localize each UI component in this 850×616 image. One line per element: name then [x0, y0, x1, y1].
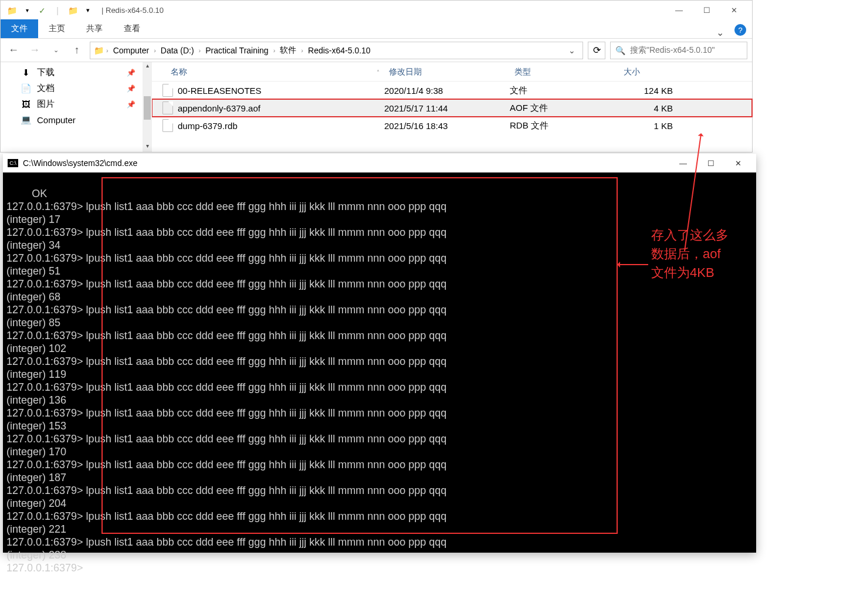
- window-title: | Redis-x64-5.0.10: [101, 6, 164, 15]
- sidebar-item-label: 文档: [37, 83, 55, 94]
- minimize-button[interactable]: —: [666, 2, 692, 19]
- search-icon: 🔍: [615, 46, 625, 55]
- sidebar-item-label: Computer: [37, 115, 76, 125]
- file-icon: [162, 101, 173, 114]
- breadcrumb-sep[interactable]: ›: [199, 47, 201, 54]
- sidebar: ⬇下载📌📄文档📌🖼图片📌💻Computer ▴ ▾: [1, 62, 152, 152]
- file-name: appendonly-6379.aof: [178, 103, 260, 113]
- back-button[interactable]: ←: [5, 42, 22, 59]
- maximize-button[interactable]: ☐: [693, 2, 720, 19]
- ribbon-tabs: 文件 主页 共享 查看 ⌄ ?: [1, 20, 752, 39]
- col-date[interactable]: 修改日期: [384, 67, 510, 77]
- cmd-icon: C:\: [8, 159, 18, 167]
- address-folder-icon: 📁: [94, 46, 104, 55]
- breadcrumb[interactable]: Data (D:): [158, 45, 197, 56]
- file-icon: [162, 119, 173, 132]
- qat-overflow-icon[interactable]: ▾: [82, 4, 94, 17]
- sidebar-item[interactable]: 💻Computer: [1, 112, 152, 127]
- file-date: 2021/5/17 11:44: [384, 103, 510, 113]
- folder-icon-2[interactable]: 📁: [66, 4, 79, 17]
- pin-icon: 📌: [127, 100, 136, 109]
- file-size: 1 KB: [619, 121, 683, 131]
- sidebar-item[interactable]: 🖼图片📌: [1, 96, 152, 112]
- sidebar-item-icon: 📄: [21, 83, 31, 94]
- sort-icon[interactable]: ˄: [377, 69, 380, 76]
- sidebar-item-icon: 💻: [21, 114, 31, 125]
- file-list: 名称 ˄ 修改日期 类型 大小 00-RELEASENOTES2020/11/4…: [152, 62, 752, 152]
- sidebar-item-label: 图片: [37, 99, 55, 110]
- cmd-minimize-button[interactable]: —: [670, 155, 696, 171]
- file-date: 2020/11/4 9:38: [384, 86, 510, 96]
- scroll-down-icon[interactable]: ▾: [143, 143, 152, 152]
- cmd-body[interactable]: OK 127.0.0.1:6379> lpush list1 aaa bbb c…: [3, 172, 756, 601]
- explorer-window: 📁 ▾ ✓ | 📁 ▾ | Redis-x64-5.0.10 — ☐ ✕ 文件 …: [0, 0, 753, 153]
- cmd-window: C:\ C:\Windows\system32\cmd.exe — ☐ ✕ OK…: [3, 154, 756, 553]
- annotation-arrow-left: [619, 264, 648, 265]
- breadcrumb[interactable]: Redis-x64-5.0.10: [306, 45, 373, 56]
- file-name: 00-RELEASENOTES: [178, 86, 262, 96]
- cmd-close-button[interactable]: ✕: [725, 155, 751, 171]
- tab-share[interactable]: 共享: [76, 19, 113, 38]
- cmd-ok: OK: [32, 188, 47, 199]
- scroll-thumb[interactable]: [144, 96, 151, 120]
- breadcrumb-sep[interactable]: ›: [106, 47, 109, 54]
- file-icon: [162, 84, 173, 97]
- file-row[interactable]: 00-RELEASENOTES2020/11/4 9:38文件124 KB: [152, 82, 752, 99]
- tab-file[interactable]: 文件: [1, 19, 38, 38]
- up-button[interactable]: ↑: [69, 42, 85, 59]
- breadcrumb[interactable]: 软件: [277, 44, 299, 57]
- titlebar: 📁 ▾ ✓ | 📁 ▾ | Redis-x64-5.0.10 — ☐ ✕: [1, 1, 752, 20]
- check-icon[interactable]: ✓: [36, 4, 49, 17]
- file-name: dump-6379.rdb: [178, 121, 238, 131]
- file-date: 2021/5/16 18:43: [384, 121, 510, 131]
- sidebar-item[interactable]: ⬇下载📌: [1, 65, 152, 80]
- pin-icon: 📌: [127, 84, 136, 93]
- address-bar[interactable]: 📁 › Computer › Data (D:) › Practical Tra…: [90, 42, 583, 59]
- file-row[interactable]: appendonly-6379.aof2021/5/17 11:44AOF 文件…: [152, 99, 752, 117]
- file-type: RDB 文件: [510, 120, 619, 131]
- qat-separator: |: [51, 4, 64, 17]
- annotation-text: 存入了这么多 数据后，aof 文件为4KB: [651, 226, 729, 282]
- tab-home[interactable]: 主页: [38, 19, 76, 38]
- file-row[interactable]: dump-6379.rdb2021/5/16 18:43RDB 文件1 KB: [152, 117, 752, 134]
- address-dropdown-icon[interactable]: ⌄: [565, 46, 579, 55]
- breadcrumb-sep[interactable]: ›: [154, 47, 156, 54]
- cmd-titlebar: C:\ C:\Windows\system32\cmd.exe — ☐ ✕: [3, 154, 756, 172]
- folder-icon[interactable]: 📁: [5, 4, 18, 17]
- history-dropdown-icon[interactable]: ⌄: [48, 42, 64, 59]
- sidebar-item-label: 下载: [37, 67, 55, 78]
- tab-view[interactable]: 查看: [113, 19, 151, 38]
- breadcrumb[interactable]: Practical Training: [203, 45, 270, 56]
- file-size: 124 KB: [619, 86, 683, 96]
- sidebar-item[interactable]: 📄文档📌: [1, 80, 152, 96]
- pin-icon: 📌: [127, 69, 136, 77]
- forward-button[interactable]: →: [26, 42, 43, 59]
- sidebar-item-icon: 🖼: [21, 99, 31, 109]
- breadcrumb-sep[interactable]: ›: [273, 47, 276, 54]
- qat-dropdown-icon[interactable]: ▾: [21, 4, 33, 17]
- cmd-maximize-button[interactable]: ☐: [697, 155, 724, 171]
- breadcrumb-sep[interactable]: ›: [301, 47, 303, 54]
- ribbon-expand-icon[interactable]: ⌄: [708, 27, 732, 38]
- search-input[interactable]: 🔍 搜索"Redis-x64-5.0.10": [610, 42, 747, 59]
- close-button[interactable]: ✕: [721, 2, 747, 19]
- file-type: AOF 文件: [510, 103, 619, 114]
- sidebar-scrollbar[interactable]: ▴ ▾: [143, 62, 152, 152]
- navbar: ← → ⌄ ↑ 📁 › Computer › Data (D:) › Pract…: [1, 39, 752, 62]
- refresh-button[interactable]: ⟳: [588, 42, 605, 59]
- search-placeholder: 搜索"Redis-x64-5.0.10": [630, 45, 715, 56]
- col-type[interactable]: 类型: [510, 67, 619, 77]
- cmd-title-text: C:\Windows\system32\cmd.exe: [23, 158, 137, 168]
- sidebar-item-icon: ⬇: [21, 67, 31, 78]
- help-icon[interactable]: ?: [734, 24, 746, 36]
- file-type: 文件: [510, 85, 619, 96]
- scroll-up-icon[interactable]: ▴: [143, 62, 152, 72]
- breadcrumb[interactable]: Computer: [111, 45, 151, 56]
- file-size: 4 KB: [619, 103, 683, 113]
- col-name[interactable]: 名称: [171, 67, 187, 77]
- col-size[interactable]: 大小: [619, 67, 683, 77]
- cmd-prompt: 127.0.0.1:6379>: [6, 562, 83, 574]
